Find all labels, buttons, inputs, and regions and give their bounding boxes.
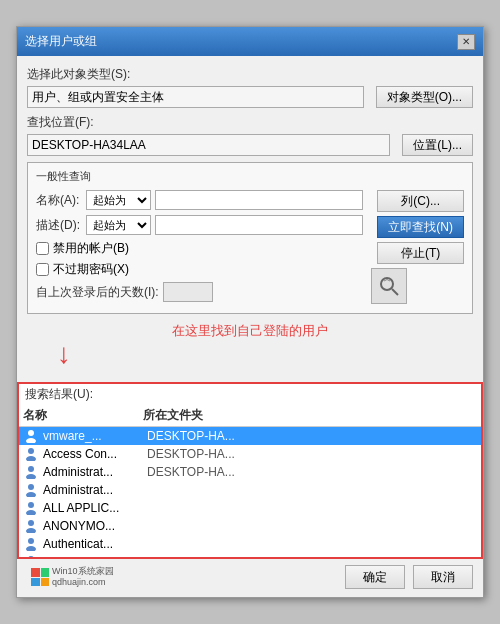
results-header: 搜索结果(U):	[19, 384, 481, 403]
user-icon	[23, 554, 39, 557]
svg-point-12	[28, 520, 34, 526]
name-query-input[interactable]	[155, 190, 363, 210]
svg-point-4	[28, 448, 34, 454]
table-row[interactable]: vmware_...DESKTOP-HA...	[19, 427, 481, 445]
general-query-left: 名称(A): 起始为 描述(D): 起始为	[36, 190, 363, 307]
select-user-dialog: 选择用户或组 ✕ 选择此对象类型(S): 对象类型(O)... 查找位置(F):…	[16, 26, 484, 598]
annotation-text: 在这里找到自己登陆的用户	[172, 323, 328, 338]
disabled-accounts-label: 禁用的帐户(B)	[53, 240, 129, 257]
arrow-container: ↓	[27, 340, 473, 368]
row-name: ANONYMO...	[43, 519, 147, 533]
general-query-section: 一般性查询 名称(A): 起始为 描述(D): 起	[27, 162, 473, 314]
user-icon	[23, 428, 39, 444]
name-query-row: 名称(A): 起始为	[36, 190, 363, 210]
desc-query-label: 描述(D):	[36, 217, 86, 234]
row-folder: DESKTOP-HA...	[147, 555, 477, 557]
disabled-accounts-row: 禁用的帐户(B)	[36, 240, 363, 257]
svg-point-11	[26, 510, 36, 515]
object-type-button[interactable]: 对象类型(O)...	[376, 86, 473, 108]
svg-point-16	[28, 556, 34, 557]
table-row[interactable]: Access Con...DESKTOP-HA...	[19, 445, 481, 463]
results-list[interactable]: vmware_...DESKTOP-HA... Access Con...DES…	[19, 427, 481, 557]
results-table-header: 名称 所在文件夹	[19, 405, 481, 427]
last-login-row: 自上次登录后的天数(I):	[36, 282, 363, 302]
desc-query-select[interactable]: 起始为	[86, 215, 151, 235]
user-icon	[23, 518, 39, 534]
row-name: Backup Op...	[43, 555, 147, 557]
cancel-button[interactable]: 取消	[413, 565, 473, 589]
row-name: Administrat...	[43, 483, 147, 497]
user-icon	[23, 464, 39, 480]
results-section: 搜索结果(U): 名称 所在文件夹 vmware_...DESKTOP-HA..…	[17, 382, 483, 559]
table-row[interactable]: Administrat...	[19, 481, 481, 499]
user-icon	[23, 536, 39, 552]
row-name: vmware_...	[43, 429, 147, 443]
dialog-body: 选择此对象类型(S): 对象类型(O)... 查找位置(F): 位置(L)...…	[17, 56, 483, 378]
object-type-row: 选择此对象类型(S): 对象类型(O)...	[27, 66, 473, 108]
dialog-title: 选择用户或组	[25, 33, 97, 50]
stop-button[interactable]: 停止(T)	[377, 242, 464, 264]
user-icon	[23, 500, 39, 516]
svg-point-13	[26, 528, 36, 533]
query-right-buttons: 列(C)... 立即查找(N) 停止(T)	[371, 190, 464, 307]
columns-button[interactable]: 列(C)...	[377, 190, 464, 212]
non-expiring-pwd-label: 不过期密码(X)	[53, 261, 129, 278]
object-type-label: 选择此对象类型(S):	[27, 66, 473, 83]
row-name: ALL APPLIC...	[43, 501, 147, 515]
table-row[interactable]: ANONYMO...	[19, 517, 481, 535]
location-row: 查找位置(F): 位置(L)...	[27, 114, 473, 156]
svg-point-7	[26, 474, 36, 479]
row-folder: DESKTOP-HA...	[147, 465, 477, 479]
location-button[interactable]: 位置(L)...	[402, 134, 473, 156]
table-row[interactable]: Authenticat...	[19, 535, 481, 553]
svg-point-2	[28, 430, 34, 436]
title-bar-buttons: ✕	[457, 34, 475, 50]
desc-query-row: 描述(D): 起始为	[36, 215, 363, 235]
ok-button[interactable]: 确定	[345, 565, 405, 589]
general-query-content: 名称(A): 起始为 描述(D): 起始为	[36, 190, 464, 307]
table-row[interactable]: Backup Op...DESKTOP-HA...	[19, 553, 481, 557]
row-name: Access Con...	[43, 447, 147, 461]
table-row[interactable]: Administrat...DESKTOP-HA...	[19, 463, 481, 481]
annotation-container: 在这里找到自己登陆的用户	[27, 322, 473, 340]
search-now-button[interactable]: 立即查找(N)	[377, 216, 464, 238]
non-expiring-pwd-row: 不过期密码(X)	[36, 261, 363, 278]
col-folder-header: 所在文件夹	[143, 407, 477, 424]
row-name: Administrat...	[43, 465, 147, 479]
user-icon	[23, 482, 39, 498]
last-login-label: 自上次登录后的天数(I):	[36, 284, 159, 301]
user-icon	[23, 446, 39, 462]
down-arrow-icon: ↓	[57, 340, 71, 368]
svg-point-5	[26, 456, 36, 461]
non-expiring-pwd-checkbox[interactable]	[36, 263, 49, 276]
disabled-accounts-checkbox[interactable]	[36, 242, 49, 255]
svg-line-1	[392, 289, 398, 295]
last-login-input[interactable]	[163, 282, 213, 302]
title-bar: 选择用户或组 ✕	[17, 27, 483, 56]
svg-point-8	[28, 484, 34, 490]
watermark: Win10系统家园 qdhuajin.com	[27, 565, 337, 589]
watermark-text: Win10系统家园 qdhuajin.com	[52, 566, 114, 588]
general-query-title: 一般性查询	[36, 169, 464, 184]
svg-point-10	[28, 502, 34, 508]
object-type-input	[27, 86, 364, 108]
location-input	[27, 134, 390, 156]
name-query-select[interactable]: 起始为	[86, 190, 151, 210]
col-name-header: 名称	[23, 407, 143, 424]
close-button[interactable]: ✕	[457, 34, 475, 50]
svg-point-6	[28, 466, 34, 472]
svg-point-15	[26, 546, 36, 551]
win-logo-icon	[31, 568, 49, 586]
bottom-buttons: Win10系统家园 qdhuajin.com 确定 取消	[17, 559, 483, 597]
row-folder: DESKTOP-HA...	[147, 447, 477, 461]
row-name: Authenticat...	[43, 537, 147, 551]
results-label: 搜索结果(U):	[25, 386, 93, 403]
desc-query-input[interactable]	[155, 215, 363, 235]
svg-point-9	[26, 492, 36, 497]
table-row[interactable]: ALL APPLIC...	[19, 499, 481, 517]
svg-point-3	[26, 438, 36, 443]
row-folder: DESKTOP-HA...	[147, 429, 477, 443]
name-query-label: 名称(A):	[36, 192, 86, 209]
search-icon	[371, 268, 407, 304]
location-label: 查找位置(F):	[27, 114, 473, 131]
